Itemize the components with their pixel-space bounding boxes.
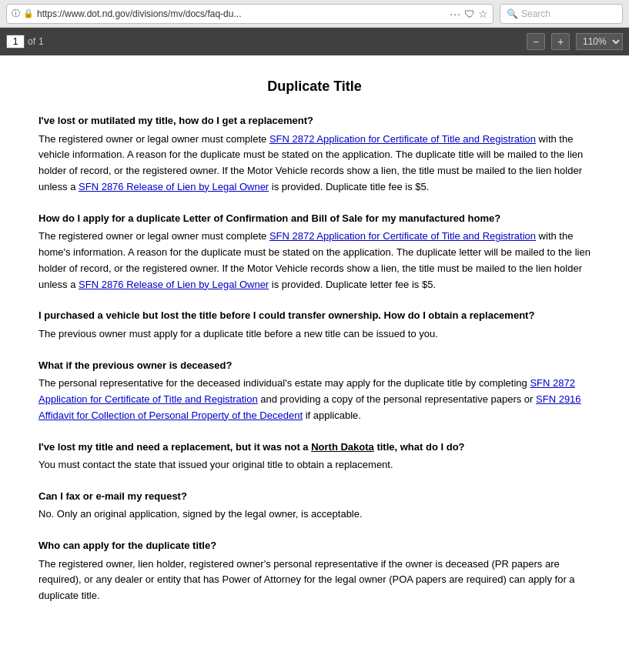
faq-section-q1: I've lost or mutilated my title, how do …: [38, 113, 591, 196]
link-sfn2876-q2[interactable]: SFN 2876 Release of Lien by Legal Owner: [79, 279, 269, 290]
faq-question-2: How do I apply for a duplicate Letter of…: [38, 211, 591, 226]
faq-answer-2: The registered owner or legal owner must…: [38, 229, 591, 293]
info-icon: ⓘ: [12, 8, 20, 19]
faq-section-q6: Can I fax or e-mail my request? No. Only…: [38, 489, 591, 523]
faq-question-5: I've lost my title and need a replacemen…: [38, 440, 591, 455]
faq-question-1: I've lost or mutilated my title, how do …: [38, 113, 591, 129]
document-content: Duplicate Title I've lost or mutilated m…: [0, 55, 629, 671]
faq-question-3: I purchased a vehicle but lost the title…: [38, 308, 591, 323]
zoom-select[interactable]: 110% 100% 125% 150%: [576, 33, 623, 50]
link-sfn2872-q2[interactable]: SFN 2872 Application for Certificate of …: [269, 230, 536, 242]
url-text: https://www.dot.nd.gov/divisions/mv/docs…: [37, 8, 447, 19]
page-indicator: 1 of 1: [6, 35, 44, 48]
lock-icon: 🔒: [23, 8, 34, 18]
page-separator: of: [28, 36, 35, 47]
pdf-toolbar: 1 of 1 − + 110% 100% 125% 150%: [0, 28, 629, 55]
zoom-out-button[interactable]: −: [527, 33, 545, 50]
faq-answer-7: The registered owner, lien holder, regis…: [38, 557, 591, 604]
faq-section-q4: What if the previous owner is deceased? …: [38, 358, 591, 424]
faq-question-6: Can I fax or e-mail my request?: [38, 489, 591, 504]
zoom-value: 110% 100% 125% 150%: [576, 33, 623, 50]
search-icon: 🔍: [507, 8, 518, 19]
faq-answer-4: The personal representative for the dece…: [38, 376, 591, 423]
faq-question-7: Who can apply for the duplicate title?: [38, 538, 591, 553]
faq-answer-1: The registered owner or legal owner must…: [38, 132, 591, 196]
more-options-icon[interactable]: ···: [450, 8, 461, 20]
browser-chrome: ⓘ 🔒 https://www.dot.nd.gov/divisions/mv/…: [0, 0, 629, 28]
faq-section-q3: I purchased a vehicle but lost the title…: [38, 308, 591, 342]
address-bar[interactable]: ⓘ 🔒 https://www.dot.nd.gov/divisions/mv/…: [6, 4, 493, 24]
star-icon[interactable]: ☆: [478, 8, 488, 20]
faq-section-q5: I've lost my title and need a replacemen…: [38, 440, 591, 473]
search-placeholder-text: Search: [521, 8, 550, 19]
faq-answer-5: You must contact the state that issued y…: [38, 457, 591, 473]
shield-icon[interactable]: 🛡: [464, 8, 475, 20]
faq-answer-6: No. Only an original application, signed…: [38, 507, 591, 523]
total-pages: 1: [38, 36, 44, 47]
faq-section-q2: How do I apply for a duplicate Letter of…: [38, 211, 591, 293]
link-sfn2876-q1[interactable]: SFN 2876 Release of Lien by Legal Owner: [79, 181, 269, 192]
faq-section-q7: Who can apply for the duplicate title? T…: [38, 538, 591, 604]
zoom-in-button[interactable]: +: [551, 33, 570, 50]
search-bar[interactable]: 🔍 Search: [500, 4, 623, 24]
current-page[interactable]: 1: [6, 35, 25, 48]
link-sfn2872-q1[interactable]: SFN 2872 Application for Certificate of …: [269, 133, 536, 145]
faq-answer-3: The previous owner must apply for a dupl…: [38, 326, 591, 343]
emphasis-nd: North Dakota: [311, 441, 374, 453]
faq-question-4: What if the previous owner is deceased?: [38, 358, 591, 373]
link-sfn2872-q4[interactable]: SFN 2872 Application for Certificate of …: [38, 377, 575, 405]
document-title: Duplicate Title: [38, 79, 591, 95]
